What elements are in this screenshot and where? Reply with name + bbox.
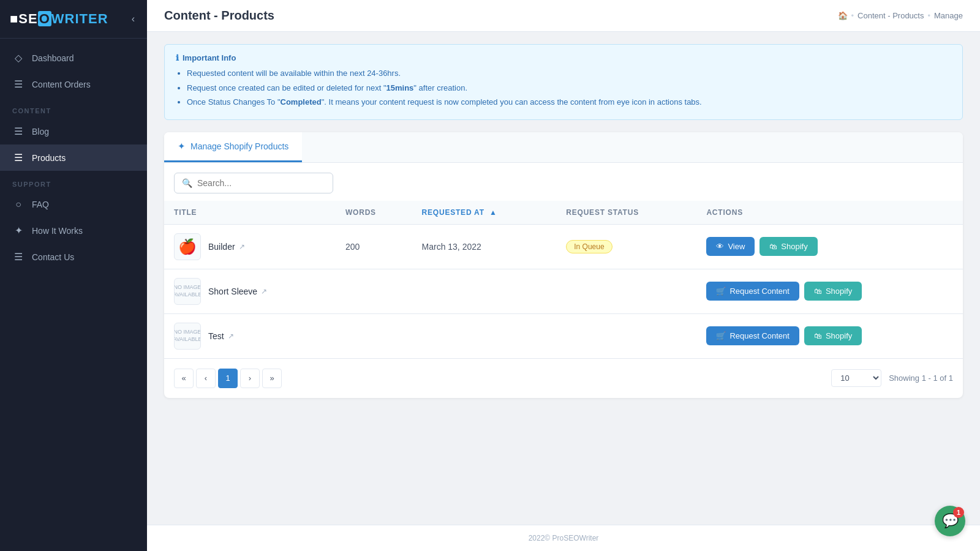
breadcrumb-sep-2: • [927,11,930,20]
main-content: Content - Products 🏠 • Content - Product… [147,0,980,551]
words-cell [336,313,412,358]
col-actions: ACTIONS [696,201,963,225]
info-point-2: Request once created can be edited or de… [187,82,951,94]
sidebar-item-label: FAQ [32,200,49,209]
tab-icon: ✦ [178,141,186,152]
content-area: ℹ Important Info Requested content will … [147,32,980,525]
logo-writer: WRITER [51,11,108,26]
top-bar: Content - Products 🏠 • Content - Product… [147,0,980,32]
product-title-text: Short Sleeve [208,287,257,296]
apple-icon: 🍎 [178,238,197,255]
shopify-button[interactable]: 🛍 Shopify [804,282,862,301]
tab-manage-shopify-products[interactable]: ✦ Manage Shopify Products [164,132,302,162]
sidebar-item-dashboard[interactable]: ◇ Dashboard [0,45,147,71]
product-cell: NO IMAGE AVAILABLE Short Sleeve ↗ [174,278,326,305]
shopify-button[interactable]: 🛍 Shopify [804,326,862,345]
sidebar-item-products[interactable]: ☰ Products [0,144,147,171]
col-requested-at[interactable]: REQUESTED AT ▲ [412,201,557,225]
pagination-info: Showing 1 - 1 of 1 [889,373,953,383]
sidebar-item-contact-us[interactable]: ☰ Contact Us [0,244,147,270]
tab-container: ✦ Manage Shopify Products 🔍 TITLE WORDS [164,132,963,398]
chat-badge: 1 [953,507,964,518]
how-it-works-icon: ✦ [12,225,24,236]
list-icon: ☰ [12,78,24,90]
pagination-next[interactable]: › [240,369,260,388]
info-box-list: Requested content will be available with… [176,67,951,108]
col-title: TITLE [164,201,336,225]
info-box: ℹ Important Info Requested content will … [164,44,963,120]
pagination-first[interactable]: « [174,369,194,388]
pagination-page-1[interactable]: 1 [218,369,238,388]
shopify-icon: 🛍 [769,242,777,251]
chat-button[interactable]: 💬 1 [935,506,965,536]
diamond-icon: ◇ [12,52,24,64]
actions-cell: 🛒 Request Content🛍 Shopify [696,313,963,358]
external-link-icon[interactable]: ↗ [239,242,245,251]
status-cell: In Queue [556,224,696,269]
cart-icon: 🛒 [716,287,726,296]
products-icon: ☰ [12,152,24,163]
breadcrumb-content-products[interactable]: Content - Products [858,11,924,20]
app-logo: ■SEOWRITER [10,11,108,27]
pagination-prev[interactable]: ‹ [196,369,216,388]
logo-se: ■SE [10,11,38,26]
table-row: 🍎 Builder ↗ 200 March 13, 2022 In Queue … [164,224,963,269]
shopify-button[interactable]: 🛍 Shopify [760,237,817,256]
contact-icon: ☰ [12,251,24,263]
external-link-icon[interactable]: ↗ [261,287,267,296]
requested-at-cell [412,269,557,313]
breadcrumb-home-icon[interactable]: 🏠 [838,11,848,20]
pagination: « ‹ 1 › » [174,369,282,388]
shopify-icon: 🛍 [814,331,822,340]
col-request-status: REQUEST STATUS [556,201,696,225]
request-content-button[interactable]: 🛒 Request Content [706,282,799,301]
pagination-right: 10 25 50 100 Showing 1 - 1 of 1 [831,369,953,387]
search-icon: 🔍 [182,178,192,188]
page-title: Content - Products [164,9,274,23]
request-content-button[interactable]: 🛒 Request Content [706,326,799,345]
actions-cell: 👁 View🛍 Shopify [696,224,963,269]
view-button[interactable]: 👁 View [706,237,755,256]
product-image: 🍎 [174,233,201,260]
product-title: Short Sleeve ↗ [208,287,267,296]
external-link-icon[interactable]: ↗ [228,332,234,340]
product-image: NO IMAGE AVAILABLE [174,278,201,305]
actions-group: 👁 View🛍 Shopify [706,237,953,256]
sidebar-item-label: Products [32,153,66,163]
title-cell: 🍎 Builder ↗ [164,224,336,269]
table-toolbar: 🔍 [164,163,963,201]
sidebar-item-how-it-works[interactable]: ✦ How It Works [0,217,147,244]
product-title-text: Builder [208,242,235,252]
sidebar-item-label: How It Works [32,226,83,236]
page-size-select[interactable]: 10 25 50 100 [831,369,881,387]
product-title-text: Test [208,331,224,341]
status-badge: In Queue [566,240,612,253]
product-cell: NO IMAGE AVAILABLE Test ↗ [174,323,326,350]
search-input[interactable] [197,178,325,188]
pagination-last[interactable]: » [262,369,282,388]
sidebar-collapse-button[interactable]: ‹ [129,11,137,27]
product-title: Test ↗ [208,331,234,341]
shopify-icon: 🛍 [814,287,822,296]
cart-icon: 🛒 [716,331,726,340]
product-title: Builder ↗ [208,242,245,252]
info-point-1: Requested content will be available with… [187,67,951,80]
tab-label: Manage Shopify Products [190,141,288,151]
col-words: WORDS [336,201,412,225]
eye-icon: 👁 [716,242,724,251]
sidebar-item-content-orders[interactable]: ☰ Content Orders [0,71,147,97]
breadcrumb: 🏠 • Content - Products • Manage [838,11,963,20]
faq-icon: ○ [12,199,24,210]
title-cell: NO IMAGE AVAILABLE Test ↗ [164,313,336,358]
sidebar-item-faq[interactable]: ○ FAQ [0,192,147,217]
info-icon: ℹ [176,53,179,62]
tab-header: ✦ Manage Shopify Products [164,132,963,163]
sidebar-item-blog[interactable]: ☰ Blog [0,118,147,144]
footer: 2022© ProSEOWriter [147,525,980,551]
sort-arrow-icon: ▲ [489,208,497,217]
words-cell: 200 [336,224,412,269]
product-image: NO IMAGE AVAILABLE [174,323,201,350]
requested-at-cell: March 13, 2022 [412,224,557,269]
table-row: NO IMAGE AVAILABLE Test ↗ 🛒 Request Cont… [164,313,963,358]
info-point-3: Once Status Changes To "Completed". It m… [187,96,951,108]
